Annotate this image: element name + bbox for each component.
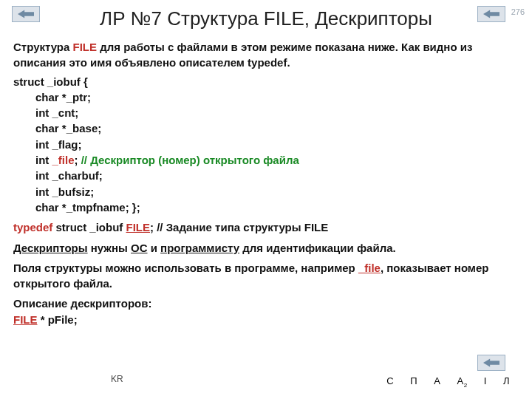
field-ptr: char *_ptr; bbox=[13, 89, 519, 105]
field-file-semi: ; bbox=[75, 154, 81, 166]
intro-part1: Структура bbox=[13, 41, 73, 53]
desc-p4: и bbox=[148, 242, 161, 254]
field-file-name: _file bbox=[52, 154, 75, 166]
typedef-mid: struct _iobuf bbox=[52, 221, 126, 233]
desc-p2: нужны bbox=[88, 242, 131, 254]
field-tmpfname: char *_tmpfname; }; bbox=[13, 200, 519, 215]
slide-content: Структура FILE для работы с файлами в эт… bbox=[0, 39, 532, 327]
intro-file-kw: FILE bbox=[73, 41, 98, 53]
footer-i[interactable]: I bbox=[484, 375, 487, 386]
fs-p1: Поля структуры можно использовать в прог… bbox=[13, 262, 358, 274]
typedef-line: typedef struct _iobuf FILE; // Задание т… bbox=[13, 219, 519, 235]
nav-arrow-back-bottom[interactable] bbox=[477, 355, 505, 371]
footer-kr: KR bbox=[111, 374, 123, 384]
footer-a2[interactable]: А2 bbox=[457, 375, 467, 386]
desc-p1: Дескрипторы bbox=[13, 242, 88, 254]
footer-links: С П А А2 I Л bbox=[386, 375, 510, 389]
svg-marker-2 bbox=[483, 359, 499, 367]
svg-marker-0 bbox=[18, 10, 34, 18]
field-file: int _file; // Дескриптор (номер) открыто… bbox=[13, 152, 519, 168]
footer-l[interactable]: Л bbox=[503, 375, 510, 386]
footer-c[interactable]: С bbox=[386, 375, 394, 386]
footer-a[interactable]: А bbox=[434, 375, 440, 386]
decl-line: FILE * pFile; bbox=[13, 312, 519, 327]
nav-arrow-back-right[interactable] bbox=[477, 6, 505, 22]
typedef-kw: typedef bbox=[13, 221, 52, 233]
field-base: char *_base; bbox=[13, 120, 519, 136]
typedef-tail: ; // Задание типа структуры FILE bbox=[150, 221, 328, 233]
fields-sentence: Поля структуры можно использовать в прог… bbox=[13, 260, 519, 292]
typedef-file: FILE bbox=[126, 221, 151, 233]
desc-p5: программисту bbox=[160, 242, 239, 254]
struct-header: struct _iobuf { bbox=[13, 74, 519, 89]
intro-paragraph: Структура FILE для работы с файлами в эт… bbox=[13, 39, 519, 71]
page-number: 276 bbox=[511, 7, 525, 16]
field-cnt: int _cnt; bbox=[13, 105, 519, 120]
field-charbuf: int _charbuf; bbox=[13, 168, 519, 183]
decl-rest: * pFile; bbox=[38, 313, 78, 326]
decl-kw: FILE bbox=[13, 313, 38, 326]
descriptor-header: Описание дескрипторов: bbox=[13, 296, 519, 311]
desc-p3: ОС bbox=[131, 242, 148, 254]
footer-p[interactable]: П bbox=[410, 375, 417, 386]
page-title: ЛР №7 Структура FILE, Дескрипторы bbox=[0, 7, 532, 30]
field-file-prefix: int bbox=[35, 154, 52, 166]
field-file-comment: // Дескриптор (номер) открытого файла bbox=[81, 154, 299, 166]
desc-p6: для идентификации файла. bbox=[239, 242, 396, 254]
field-flag: int _flag; bbox=[13, 137, 519, 152]
nav-arrow-back[interactable] bbox=[12, 6, 40, 22]
descriptor-sentence: Дескрипторы нужны ОС и программисту для … bbox=[13, 240, 519, 256]
field-bufsiz: int _bufsiz; bbox=[13, 184, 519, 200]
svg-marker-1 bbox=[483, 10, 499, 18]
fs-p2: _file bbox=[358, 262, 381, 274]
